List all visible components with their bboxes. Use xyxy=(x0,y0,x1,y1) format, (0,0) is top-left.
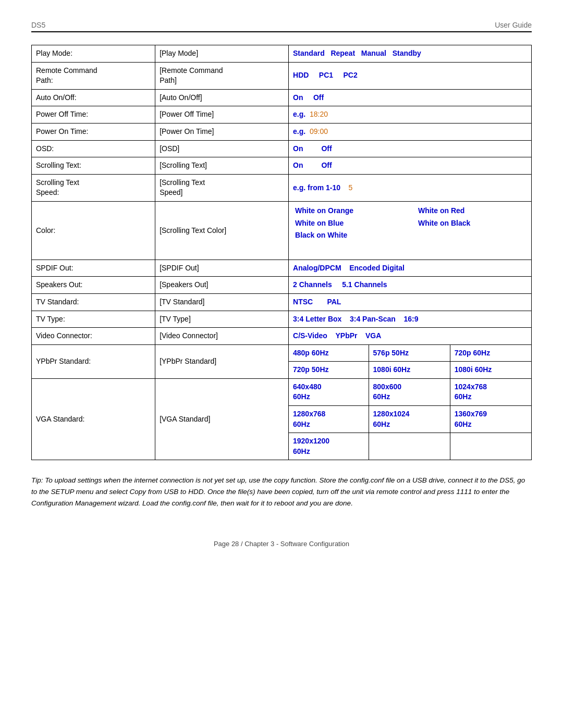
row-options: On Off xyxy=(289,140,532,157)
table-row: OSD: [OSD] On Off xyxy=(32,140,532,157)
row-option: 1280x76860Hz xyxy=(289,406,369,433)
row-field: [Scrolling TextSpeed] xyxy=(155,174,289,201)
row-label: Scrolling TextSpeed: xyxy=(32,174,155,201)
row-option: 720p 50Hz xyxy=(289,362,369,379)
row-options: HDD PC1 PC2 xyxy=(289,62,532,89)
color-option-white-orange: White on Orange xyxy=(295,206,353,215)
tip-text: Tip: To upload settings when the interne… xyxy=(31,475,532,509)
header-title: DS5 xyxy=(31,21,45,29)
row-options: e.g. 09:00 xyxy=(289,123,532,140)
row-field: [YPbPr Standard] xyxy=(155,344,289,378)
color-option-black-white: Black on White xyxy=(295,231,347,239)
header-guide: User Guide xyxy=(495,21,532,29)
row-label: Play Mode: xyxy=(32,45,155,63)
row-field: [Power Off Time] xyxy=(155,106,289,124)
row-options: 2 Channels 5.1 Channels xyxy=(289,277,532,294)
page-footer: Page 28 / Chapter 3 - Software Configura… xyxy=(31,540,532,548)
row-label: TV Standard: xyxy=(32,293,155,311)
table-row: Color: [Scrolling Text Color] White on O… xyxy=(32,201,532,260)
row-option: 1080i 60Hz xyxy=(450,362,531,379)
row-options: C/S-Video YPbPr VGA xyxy=(289,328,532,345)
row-label: TV Type: xyxy=(32,311,155,328)
table-row: Scrolling TextSpeed: [Scrolling TextSpee… xyxy=(32,174,532,201)
row-label: YPbPr Standard: xyxy=(32,344,155,378)
row-options: Analog/DPCM Encoded Digital xyxy=(289,260,532,277)
table-row: Auto On/Off: [Auto On/Off] On Off xyxy=(32,89,532,106)
table-row: YPbPr Standard: [YPbPr Standard] 480p 60… xyxy=(32,344,532,362)
color-option-white-black: White on Black xyxy=(418,219,470,227)
row-option: 1360x76960Hz xyxy=(450,406,531,433)
table-row: Power On Time: [Power On Time] e.g. 09:0… xyxy=(32,123,532,140)
row-options: On Off xyxy=(289,89,532,106)
row-field: [Auto On/Off] xyxy=(155,89,289,106)
row-field: [OSD] xyxy=(155,140,289,157)
row-field: [Scrolling Text Color] xyxy=(155,201,289,260)
row-label: Video Connector: xyxy=(32,328,155,345)
row-option: 480p 60Hz xyxy=(289,344,369,362)
row-option: 576p 50Hz xyxy=(369,344,450,362)
row-label: Remote CommandPath: xyxy=(32,62,155,89)
table-row: SPDIF Out: [SPDIF Out] Analog/DPCM Encod… xyxy=(32,260,532,277)
table-row: TV Standard: [TV Standard] NTSC PAL xyxy=(32,293,532,311)
row-field: [Speakers Out] xyxy=(155,277,289,294)
table-row: TV Type: [TV Type] 3:4 Letter Box 3:4 Pa… xyxy=(32,311,532,328)
row-label: Power Off Time: xyxy=(32,106,155,124)
row-option-empty xyxy=(369,433,450,460)
row-label: Speakers Out: xyxy=(32,277,155,294)
color-options-table: White on Orange White on Red White on Bl… xyxy=(293,205,527,242)
row-field: [TV Type] xyxy=(155,311,289,328)
row-options: 3:4 Letter Box 3:4 Pan-Scan 16:9 xyxy=(289,311,532,328)
row-label: SPDIF Out: xyxy=(32,260,155,277)
row-option: 1080i 60Hz xyxy=(369,362,450,379)
row-label: VGA Standard: xyxy=(32,378,155,460)
table-row: Power Off Time: [Power Off Time] e.g. 18… xyxy=(32,106,532,124)
row-options: e.g. from 1-10 5 xyxy=(289,174,532,201)
row-field: [VGA Standard] xyxy=(155,378,289,460)
table-row: Scrolling Text: [Scrolling Text] On Off xyxy=(32,157,532,175)
row-label: Auto On/Off: xyxy=(32,89,155,106)
color-option-white-red: White on Red xyxy=(418,206,464,215)
row-options: e.g. 18:20 xyxy=(289,106,532,124)
table-row: VGA Standard: [VGA Standard] 640x48060Hz… xyxy=(32,378,532,405)
row-option: 640x48060Hz xyxy=(289,378,369,405)
row-option: 1024x76860Hz xyxy=(450,378,531,405)
row-options: NTSC PAL xyxy=(289,293,532,311)
row-options: White on Orange White on Red White on Bl… xyxy=(289,201,532,260)
page-header: DS5 User Guide xyxy=(31,21,532,32)
table-row: Remote CommandPath: [Remote CommandPath]… xyxy=(32,62,532,89)
row-field: [Power On Time] xyxy=(155,123,289,140)
row-field: [Remote CommandPath] xyxy=(155,62,289,89)
row-option: 1280x102460Hz xyxy=(369,406,450,433)
row-option: 720p 60Hz xyxy=(450,344,531,362)
table-row: Speakers Out: [Speakers Out] 2 Channels … xyxy=(32,277,532,294)
row-label: Power On Time: xyxy=(32,123,155,140)
row-option-empty xyxy=(450,433,531,460)
row-option: 800x60060Hz xyxy=(369,378,450,405)
color-option-white-blue: White on Blue xyxy=(295,219,344,227)
row-option: 1920x120060Hz xyxy=(289,433,369,460)
row-options: On Off xyxy=(289,157,532,175)
row-field: [SPDIF Out] xyxy=(155,260,289,277)
row-field: [TV Standard] xyxy=(155,293,289,311)
table-row: Play Mode: [Play Mode] Standard Repeat M… xyxy=(32,45,532,63)
settings-table: Play Mode: [Play Mode] Standard Repeat M… xyxy=(31,45,532,460)
row-label: Color: xyxy=(32,201,155,260)
row-label: Scrolling Text: xyxy=(32,157,155,175)
row-field: [Play Mode] xyxy=(155,45,289,63)
table-row: Video Connector: [Video Connector] C/S-V… xyxy=(32,328,532,345)
row-field: [Video Connector] xyxy=(155,328,289,345)
row-options: Standard Repeat Manual Standby xyxy=(289,45,532,63)
row-field: [Scrolling Text] xyxy=(155,157,289,175)
row-label: OSD: xyxy=(32,140,155,157)
